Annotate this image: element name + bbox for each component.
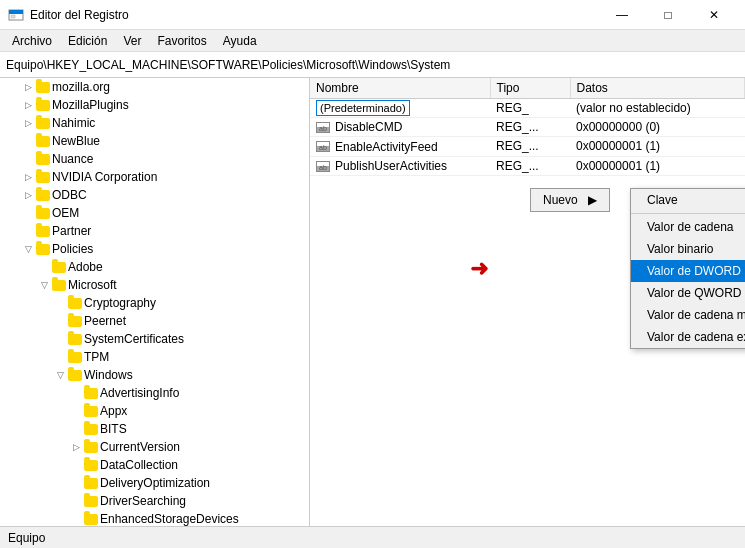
title-bar-left: Editor del Registro <box>8 7 129 23</box>
folder-icon <box>36 172 50 183</box>
ctx-clave[interactable]: Clave <box>631 189 745 211</box>
tree-item-systemcerts[interactable]: SystemCertificates <box>0 330 309 348</box>
tree-item-windows[interactable]: ▽ Windows <box>0 366 309 384</box>
tree-item-nuance[interactable]: Nuance <box>0 150 309 168</box>
tree-item-oem[interactable]: OEM <box>0 204 309 222</box>
tree-item-datacollection[interactable]: DataCollection <box>0 456 309 474</box>
tree-item-deliveryopt[interactable]: DeliveryOptimization <box>0 474 309 492</box>
menu-item-archivo[interactable]: Archivo <box>4 32 60 50</box>
context-menu-area: Nuevo ▶ Clave Valor de cadena Valor bina… <box>530 188 610 212</box>
tree-item-nvidia[interactable]: ▷ NVIDIA Corporation <box>0 168 309 186</box>
cell-datos: 0x00000001 (1) <box>570 156 745 176</box>
tree-item-mozilla-org[interactable]: ▷ mozilla.org <box>0 78 309 96</box>
right-panel: Nombre Tipo Datos (Predeterminado) REG_ … <box>310 78 745 526</box>
tree-item-bits[interactable]: BITS <box>0 420 309 438</box>
expand-icon <box>52 295 68 311</box>
folder-icon <box>84 388 98 399</box>
menu-item-ayuda[interactable]: Ayuda <box>215 32 265 50</box>
cell-tipo: REG_... <box>490 156 570 176</box>
cell-nombre: abDisableCMD <box>310 117 490 137</box>
folder-icon <box>52 262 66 273</box>
expand-icon <box>52 313 68 329</box>
maximize-button[interactable]: □ <box>645 0 691 30</box>
tree-item-nahimic[interactable]: ▷ Nahimic <box>0 114 309 132</box>
tree-item-currentversion[interactable]: ▷ CurrentVersion <box>0 438 309 456</box>
cell-datos: 0x00000000 (0) <box>570 117 745 137</box>
folder-icon <box>68 298 82 309</box>
folder-icon <box>84 460 98 471</box>
cell-tipo: REG_... <box>490 137 570 157</box>
tree-item-microsoft[interactable]: ▽ Microsoft <box>0 276 309 294</box>
folder-icon <box>52 280 66 291</box>
table-row[interactable]: abDisableCMD REG_... 0x00000000 (0) <box>310 117 745 137</box>
tree-item-tpm[interactable]: TPM <box>0 348 309 366</box>
tree-item-enhancedstorage[interactable]: EnhancedStorageDevices <box>0 510 309 526</box>
title-bar-controls: — □ ✕ <box>599 0 737 30</box>
folder-icon <box>84 478 98 489</box>
menu-item-favoritos[interactable]: Favoritos <box>149 32 214 50</box>
ctx-valor-qword[interactable]: Valor de QWORD (64 bits) <box>631 282 745 304</box>
folder-icon <box>36 100 50 111</box>
main-content: ▷ mozilla.org ▷ MozillaPlugins ▷ Nahimic… <box>0 78 745 526</box>
folder-icon <box>36 208 50 219</box>
tree-item-newblue[interactable]: NewBlue <box>0 132 309 150</box>
nuevo-arrow: ▶ <box>588 193 597 207</box>
ctx-valor-binario[interactable]: Valor binario <box>631 238 745 260</box>
tree-item-driversearching[interactable]: DriverSearching <box>0 492 309 510</box>
expand-icon: ▽ <box>36 277 52 293</box>
cell-nombre: abEnableActivityFeed <box>310 137 490 157</box>
folder-icon <box>84 442 98 453</box>
cell-datos: (valor no establecido) <box>570 98 745 117</box>
cell-tipo: REG_ <box>490 98 570 117</box>
title-bar: Editor del Registro — □ ✕ <box>0 0 745 30</box>
menu-item-ver[interactable]: Ver <box>115 32 149 50</box>
col-nombre[interactable]: Nombre <box>310 78 490 98</box>
expand-icon: ▷ <box>20 115 36 131</box>
tree-item-mozilla-plugins[interactable]: ▷ MozillaPlugins <box>0 96 309 114</box>
tree-item-odbc[interactable]: ▷ ODBC <box>0 186 309 204</box>
close-button[interactable]: ✕ <box>691 0 737 30</box>
menu-item-edicion[interactable]: Edición <box>60 32 115 50</box>
minimize-button[interactable]: — <box>599 0 645 30</box>
tree-item-adobe[interactable]: Adobe <box>0 258 309 276</box>
tree-item-advertisinginfo[interactable]: AdvertisingInfo <box>0 384 309 402</box>
table-row[interactable]: abPublishUserActivities REG_... 0x000000… <box>310 156 745 176</box>
col-datos[interactable]: Datos <box>570 78 745 98</box>
folder-icon <box>84 496 98 507</box>
folder-icon <box>84 406 98 417</box>
expand-icon <box>68 403 84 419</box>
expand-icon <box>68 385 84 401</box>
ctx-valor-dword[interactable]: Valor de DWORD (32 bits) <box>631 260 745 282</box>
table-row[interactable]: abEnableActivityFeed REG_... 0x00000001 … <box>310 137 745 157</box>
status-bar: Equipo <box>0 526 745 548</box>
folder-icon <box>68 370 82 381</box>
folder-icon <box>36 154 50 165</box>
tree-item-policies[interactable]: ▽ Policies <box>0 240 309 258</box>
expand-icon: ▽ <box>52 367 68 383</box>
svg-rect-2 <box>11 15 15 18</box>
tree-panel[interactable]: ▷ mozilla.org ▷ MozillaPlugins ▷ Nahimic… <box>0 78 310 526</box>
tree-item-appx[interactable]: Appx <box>0 402 309 420</box>
folder-icon <box>84 514 98 525</box>
expand-icon: ▽ <box>20 241 36 257</box>
expand-icon <box>68 457 84 473</box>
expand-icon <box>52 349 68 365</box>
nuevo-label: Nuevo <box>543 193 578 207</box>
tree-item-partner[interactable]: Partner <box>0 222 309 240</box>
cell-tipo: REG_... <box>490 117 570 137</box>
nuevo-button[interactable]: Nuevo ▶ <box>530 188 610 212</box>
table-row[interactable]: (Predeterminado) REG_ (valor no establec… <box>310 98 745 117</box>
expand-icon <box>68 493 84 509</box>
folder-icon <box>36 82 50 93</box>
app-icon <box>8 7 24 23</box>
col-tipo[interactable]: Tipo <box>490 78 570 98</box>
ctx-valor-cadena-multiple[interactable]: Valor de cadena múltiple <box>631 304 745 326</box>
expand-icon <box>52 331 68 347</box>
ctx-valor-cadena-expandible[interactable]: Valor de cadena expandible <box>631 326 745 348</box>
tree-item-peernet[interactable]: Peernet <box>0 312 309 330</box>
cell-nombre: (Predeterminado) <box>310 98 490 117</box>
cell-datos: 0x00000001 (1) <box>570 137 745 157</box>
ctx-valor-cadena[interactable]: Valor de cadena <box>631 216 745 238</box>
cell-nombre: abPublishUserActivities <box>310 156 490 176</box>
tree-item-cryptography[interactable]: Cryptography <box>0 294 309 312</box>
